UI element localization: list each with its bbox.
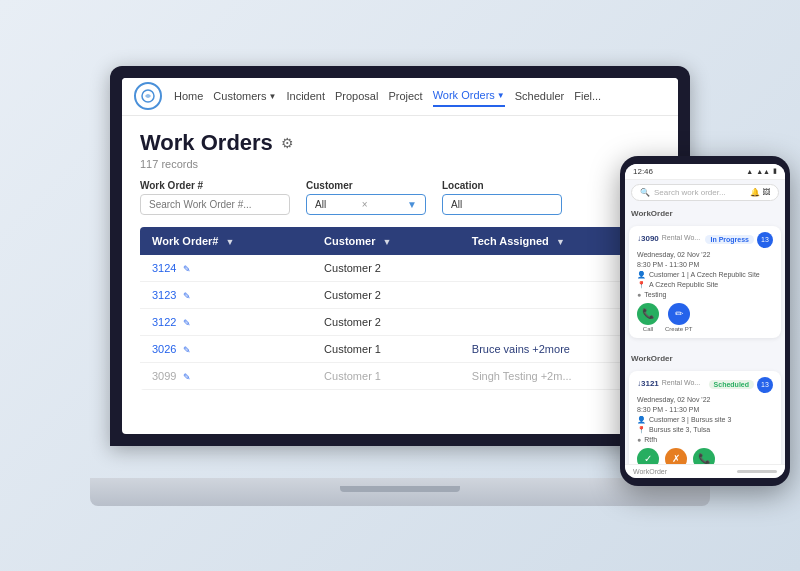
work-order-filter-label: Work Order # bbox=[140, 180, 290, 191]
edit-icon-3[interactable]: ✎ bbox=[183, 345, 191, 355]
phone-card-2-order: ↓3121 Rental Wo... bbox=[637, 379, 700, 388]
settings-icon[interactable]: ⚙ bbox=[281, 135, 294, 151]
col-header-work-order: Work Order# ▼ bbox=[140, 227, 312, 255]
phone-order-num-1: ↓3090 bbox=[637, 234, 659, 243]
phone-call-icon-1: 📞 bbox=[637, 303, 659, 325]
table-row: 3026 ✎ Customer 1 Bruce vains +2more bbox=[140, 335, 660, 362]
edit-icon-0[interactable]: ✎ bbox=[183, 264, 191, 274]
phone-card-1-right: In Progress 13 bbox=[705, 232, 773, 248]
phone-order-num-2: ↓3121 bbox=[637, 379, 659, 388]
phone-card-1-sub: Rental Wo... bbox=[662, 234, 700, 241]
phone-card-1-actions: 📞 Call ✏ Create PT bbox=[637, 303, 773, 332]
edit-icon-1[interactable]: ✎ bbox=[183, 291, 191, 301]
customer-dropdown-icon[interactable]: ▼ bbox=[407, 199, 417, 210]
phone-action-reject[interactable]: ✗ Reject bbox=[665, 448, 687, 464]
phone-card-1-note: ● Testing bbox=[637, 291, 773, 298]
phone-section-label-2: WorkOrder bbox=[629, 350, 781, 365]
cell-order-3[interactable]: 3026 ✎ bbox=[140, 335, 312, 362]
nav-item-customers[interactable]: Customers ▼ bbox=[213, 86, 276, 106]
nav-item-scheduler[interactable]: Scheduler bbox=[515, 86, 565, 106]
phone-home-indicator bbox=[737, 470, 777, 473]
page-title-row: Work Orders ⚙ bbox=[140, 130, 660, 156]
phone-card-1-header: ↓3090 Rental Wo... In Progress 13 bbox=[637, 232, 773, 248]
laptop-screen: Home Customers ▼ Incident Proposal Proje… bbox=[122, 78, 678, 434]
nav-item-field[interactable]: Fiel... bbox=[574, 86, 601, 106]
cell-customer-0: Customer 2 bbox=[312, 255, 460, 282]
cell-order-1[interactable]: 3123 ✎ bbox=[140, 281, 312, 308]
person-icon-1: 👤 bbox=[637, 271, 646, 279]
phone-search-placeholder: Search work order... bbox=[654, 188, 726, 197]
nav-item-project[interactable]: Project bbox=[388, 86, 422, 106]
work-orders-table: Work Order# ▼ Customer ▼ Tech Assigned ▼ bbox=[140, 227, 660, 390]
cell-customer-3: Customer 1 bbox=[312, 335, 460, 362]
customer-clear-icon[interactable]: × bbox=[362, 199, 368, 210]
work-order-search-input[interactable] bbox=[140, 194, 290, 215]
phone-content: WorkOrder ↓3090 Rental Wo... In Progress… bbox=[625, 205, 785, 464]
phone-card-2-note: ● Rtfh bbox=[637, 436, 773, 443]
main-content: Work Orders ⚙ 117 records Work Order # C… bbox=[122, 116, 678, 404]
page-title: Work Orders bbox=[140, 130, 273, 156]
phone-num-badge-2: 13 bbox=[757, 377, 773, 393]
phone-section-label: WorkOrder bbox=[629, 205, 781, 220]
location-filter-label: Location bbox=[442, 180, 562, 191]
phone-action-call-2[interactable]: 📞 Call bbox=[693, 448, 715, 464]
nav-items-list: Home Customers ▼ Incident Proposal Proje… bbox=[174, 85, 601, 107]
cell-order-2[interactable]: 3122 ✎ bbox=[140, 308, 312, 335]
customer-filter-label: Customer bbox=[306, 180, 426, 191]
app-logo[interactable] bbox=[134, 82, 162, 110]
cell-customer-1: Customer 2 bbox=[312, 281, 460, 308]
customer-filter-value: All bbox=[315, 199, 326, 210]
cell-customer-4: Customer 1 bbox=[312, 362, 460, 389]
phone-card-1-location: 📍 A Czech Republic Site bbox=[637, 281, 773, 289]
phone-card-1-order: ↓3090 Rental Wo... bbox=[637, 234, 700, 243]
phone-card-2-actions: ✓ Accept ✗ Reject 📞 Call bbox=[637, 448, 773, 464]
cell-order-4[interactable]: 3099 ✎ bbox=[140, 362, 312, 389]
phone-badge-2: Scheduled bbox=[709, 380, 754, 389]
phone-bottom-label: WorkOrder bbox=[633, 468, 667, 475]
table-body: 3124 ✎ Customer 2 3123 ✎ Customer 2 3122… bbox=[140, 255, 660, 390]
phone-action-call-1[interactable]: 📞 Call bbox=[637, 303, 659, 332]
nav-item-home[interactable]: Home bbox=[174, 86, 203, 106]
phone-search-icon: 🔍 bbox=[640, 188, 650, 197]
phone-status-bar: 12:46 ▲ ▲▲ ▮ bbox=[625, 164, 785, 180]
phone-card-2: ↓3121 Rental Wo... Scheduled 13 Wednesda… bbox=[629, 371, 781, 464]
edit-icon-2[interactable]: ✎ bbox=[183, 318, 191, 328]
phone-call-label-1: Call bbox=[643, 326, 653, 332]
phone-create-icon-1: ✏ bbox=[668, 303, 690, 325]
phone-action-create-1[interactable]: ✏ Create PT bbox=[665, 303, 692, 332]
note-icon-2: ● bbox=[637, 436, 641, 443]
phone-search-bar[interactable]: 🔍 Search work order... 🔔 🖼 bbox=[631, 184, 779, 201]
cell-customer-2: Customer 2 bbox=[312, 308, 460, 335]
phone-reject-icon: ✗ bbox=[665, 448, 687, 464]
table-row: 3099 ✎ Customer 1 Singh Testing +2m... bbox=[140, 362, 660, 389]
cell-order-0[interactable]: 3124 ✎ bbox=[140, 255, 312, 282]
laptop-mockup: Home Customers ▼ Incident Proposal Proje… bbox=[90, 66, 710, 506]
phone-action-accept[interactable]: ✓ Accept bbox=[637, 448, 659, 464]
phone-card-1-customer: 👤 Customer 1 | A Czech Republic Site bbox=[637, 271, 773, 279]
phone-card-2-header: ↓3121 Rental Wo... Scheduled 13 bbox=[637, 377, 773, 393]
wifi-icon: ▲ bbox=[746, 168, 753, 175]
col-header-customer: Customer ▼ bbox=[312, 227, 460, 255]
workorders-dropdown-arrow: ▼ bbox=[497, 91, 505, 100]
nav-item-incident[interactable]: Incident bbox=[286, 86, 325, 106]
phone-bottom-bar: WorkOrder bbox=[625, 464, 785, 478]
sort-icon-customer[interactable]: ▼ bbox=[383, 237, 392, 247]
phone-card-2-time: 8:30 PM - 11:30 PM bbox=[637, 406, 773, 413]
edit-icon-4[interactable]: ✎ bbox=[183, 372, 191, 382]
phone-card-2-location: 📍 Bursus site 3, Tulsa bbox=[637, 426, 773, 434]
navigation-bar: Home Customers ▼ Incident Proposal Proje… bbox=[122, 78, 678, 116]
work-orders-table-container: Work Order# ▼ Customer ▼ Tech Assigned ▼ bbox=[140, 227, 660, 390]
signal-icon: ▲▲ bbox=[756, 168, 770, 175]
location-filter-select[interactable]: All bbox=[442, 194, 562, 215]
phone-card-2-customer: 👤 Customer 3 | Bursus site 3 bbox=[637, 416, 773, 424]
customer-filter: Customer All × ▼ bbox=[306, 180, 426, 215]
sort-icon-tech[interactable]: ▼ bbox=[556, 237, 565, 247]
phone-screen: 12:46 ▲ ▲▲ ▮ 🔍 Search work order... 🔔 🖼 … bbox=[625, 164, 785, 478]
phone-card-2-date: Wednesday, 02 Nov '22 bbox=[637, 396, 773, 403]
customers-dropdown-arrow: ▼ bbox=[269, 92, 277, 101]
nav-item-proposal[interactable]: Proposal bbox=[335, 86, 378, 106]
nav-item-work-orders[interactable]: Work Orders ▼ bbox=[433, 85, 505, 107]
phone-status-icons: ▲ ▲▲ ▮ bbox=[746, 167, 777, 175]
customer-filter-select[interactable]: All × ▼ bbox=[306, 194, 426, 215]
sort-icon-work-order[interactable]: ▼ bbox=[226, 237, 235, 247]
